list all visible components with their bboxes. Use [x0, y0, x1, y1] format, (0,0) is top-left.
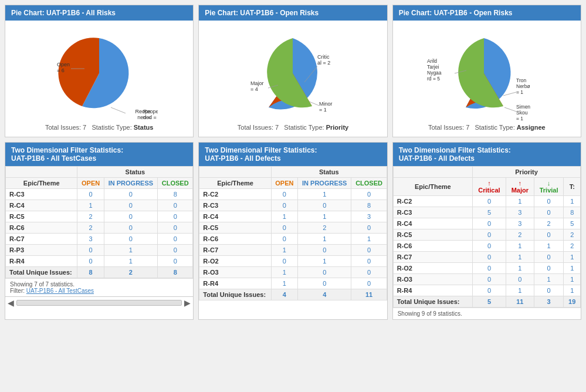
table-panel-1: Two Dimensional Filter Statistics: UAT-P…: [5, 142, 194, 320]
row-v4: 1: [564, 274, 581, 285]
row-v1: 0: [473, 218, 506, 229]
row-v2: 2: [298, 222, 351, 234]
pie-chart-2: Pie Chart: UAT-P1B6 - Open Risks Major =…: [198, 5, 387, 137]
row-v3: 0: [534, 207, 564, 218]
svg-text:Skou: Skou: [516, 110, 528, 116]
critical-label: Critical: [478, 187, 500, 194]
table-panel-1-title: Two Dimensional Filter Statistics:: [11, 146, 187, 154]
svg-text:= 6: = 6: [57, 67, 65, 73]
row-v3: 0: [158, 222, 193, 234]
table-2-body: R-C2 0 1 0 R-C3 0 0 8 R-C4 1 1 3 R-C5 0 …: [199, 189, 387, 300]
row-v3: 0: [158, 245, 193, 256]
scroll-track[interactable]: [16, 300, 182, 306]
table-row: R-O2 0 1 0: [199, 256, 387, 267]
row-v3: 8: [351, 200, 387, 211]
table-3-showing: Showing 9 of 9 statistics.: [398, 310, 576, 317]
svg-text:Simen: Simen: [516, 104, 530, 110]
table-panel-2-body: Status Epic/Theme OPEN IN PROGRESS CLOSE…: [199, 166, 387, 300]
trivial-label: Trivial: [540, 187, 558, 194]
row-v1: 0: [473, 263, 506, 274]
table-row: R-C6 0 1 1 2: [393, 241, 580, 252]
total-v4: 19: [564, 296, 581, 307]
total-v2: 4: [298, 289, 351, 300]
total-v2: 2: [104, 267, 157, 278]
row-v2: 2: [506, 229, 534, 241]
row-v3: 0: [351, 267, 387, 278]
table-row: R-C5 0 2 0 2: [393, 229, 580, 241]
row-v1: 0: [473, 274, 506, 285]
pie-chart-1-body: Open = 6 Reope ned = ned = Reope 1 Total…: [5, 21, 193, 137]
row-v3: 3: [351, 211, 387, 222]
row-v1: 0: [473, 241, 506, 252]
svg-text:Nerbø: Nerbø: [516, 83, 530, 89]
svg-text:= 1: = 1: [319, 107, 327, 113]
row-v4: 2: [564, 229, 581, 241]
svg-text:Major: Major: [250, 80, 264, 86]
major-label: Major: [512, 187, 529, 194]
table-1-scrollbar[interactable]: ◀ ▶: [5, 296, 193, 309]
table-1-col3: CLOSED: [158, 178, 193, 189]
row-epic: R-C3: [199, 200, 271, 211]
table-3-col2-header: ↑ Major: [510, 180, 530, 194]
row-v2: 1: [298, 234, 351, 245]
row-v2: 0: [104, 234, 157, 245]
row-v3: 0: [534, 263, 564, 274]
row-v1: 0: [473, 196, 506, 207]
table-1-epic-col: Epic/Theme: [6, 178, 77, 189]
row-v2: 0: [298, 267, 351, 278]
row-v2: 1: [298, 189, 351, 200]
row-v3: 1: [534, 274, 564, 285]
row-epic: R-C7: [199, 245, 271, 256]
svg-text:Tron: Tron: [516, 77, 526, 83]
table-panel-2-title: Two Dimensional Filter Statistics:: [205, 146, 381, 154]
row-v2: 0: [104, 200, 157, 211]
svg-text:Arild: Arild: [427, 58, 437, 64]
table-3-col-epic-header: [393, 167, 472, 178]
row-v3: 0: [351, 256, 387, 267]
row-epic: R-C7: [6, 234, 77, 245]
row-v3: 0: [534, 196, 564, 207]
table-panel-2: Two Dimensional Filter Statistics: UAT-P…: [198, 142, 387, 320]
table-panel-3-subtitle: UAT-P1B6 - All Defects: [399, 154, 575, 163]
row-v2: 0: [298, 245, 351, 256]
pie-chart-3-title: Pie Chart: UAT-P1B6 - Open Risks: [399, 9, 513, 17]
row-v1: 2: [77, 211, 104, 222]
row-v2: 3: [506, 218, 534, 229]
row-v3: 0: [351, 278, 387, 289]
row-epic: R-C4: [393, 218, 472, 229]
row-v3: 0: [158, 256, 193, 267]
table-panel-3-body: Priority Epic/Theme ↑ Critical ↑: [393, 166, 581, 307]
row-v1: 3: [77, 234, 104, 245]
scroll-right-btn[interactable]: ▶: [184, 298, 191, 307]
row-epic: R-R4: [199, 278, 271, 289]
row-v2: 0: [104, 222, 157, 234]
table-row: R-O2 0 1 0 1: [393, 263, 580, 274]
svg-text:al = 2: al = 2: [317, 60, 330, 66]
table-1-col1: OPEN: [77, 178, 104, 189]
table-row: R-C6 2 0 0: [6, 222, 193, 234]
table-row: R-P3 0 1 0: [6, 245, 193, 256]
pie-chart-1-title: Pie Chart: UAT-P1B6 - All Risks: [11, 9, 116, 17]
row-epic: R-O2: [393, 263, 472, 274]
row-epic: R-C7: [393, 252, 472, 263]
scroll-left-btn[interactable]: ◀: [8, 298, 14, 307]
table-row: R-C5 2 0 0: [6, 211, 193, 222]
table-total-row: Total Unique Issues: 4 4 11: [199, 289, 387, 300]
total-label: Total Unique Issues:: [199, 289, 271, 300]
total-v3: 8: [158, 267, 193, 278]
row-v2: 1: [506, 252, 534, 263]
table-1-filter-link[interactable]: UAT-P1B6 - All TestCases: [26, 288, 94, 294]
pie-chart-2-header: Pie Chart: UAT-P1B6 - Open Risks: [199, 5, 387, 21]
row-v1: 0: [271, 222, 297, 234]
table-row: R-O3 0 0 1 1: [393, 274, 580, 285]
svg-text:Open: Open: [57, 62, 70, 67]
major-arrow: ↑: [519, 180, 522, 187]
table-1-col-group-header: Status: [77, 167, 193, 178]
svg-text:Critic: Critic: [317, 54, 330, 60]
row-v3: 8: [158, 189, 193, 200]
svg-text:= 1: = 1: [516, 116, 523, 120]
table-3-col1: ↑ Critical: [473, 178, 506, 196]
table-panel-2-subtitle: UAT-P1B6 - All Defects: [205, 154, 381, 163]
row-v3: 0: [534, 252, 564, 263]
total-v3: 11: [351, 289, 387, 300]
